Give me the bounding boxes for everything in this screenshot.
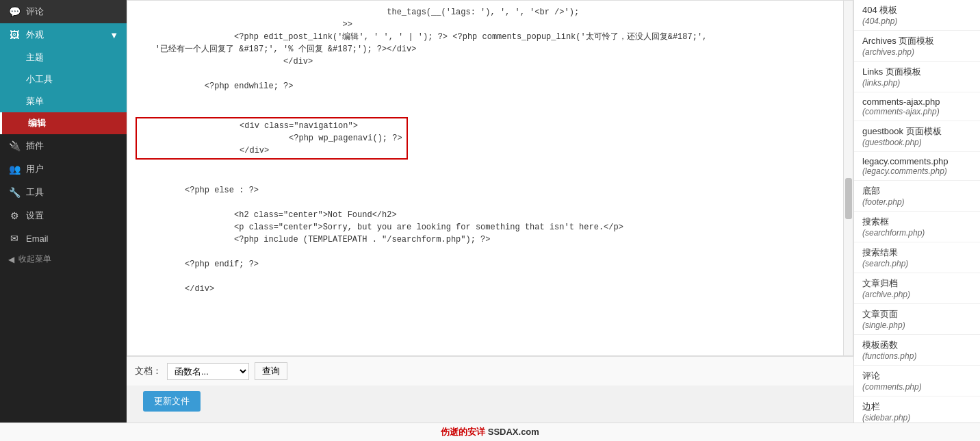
- file-name: 文章页面: [862, 308, 972, 320]
- file-sub: (archives.php): [862, 47, 972, 57]
- comments-icon: 💬: [8, 6, 21, 17]
- sidebar-item-editor[interactable]: 编辑: [0, 112, 127, 134]
- sidebar-item-email[interactable]: ✉ Email: [0, 227, 127, 249]
- file-sub: (comments.php): [862, 382, 972, 392]
- file-name: 底部: [862, 185, 972, 197]
- doc-select[interactable]: 函数名...: [167, 363, 249, 380]
- code-editor[interactable]: the_tags(__('lags: '), ', ', '<br />'); …: [127, 1, 843, 355]
- right-panel-file-item[interactable]: 404 模板(404.php): [854, 0, 980, 31]
- right-panel-file-item[interactable]: 评论(comments.php): [854, 366, 980, 396]
- center-panel: the_tags(__('lags: '), ', ', '<br />'); …: [127, 0, 853, 423]
- file-name: 搜索框: [862, 216, 972, 228]
- sidebar-item-menus[interactable]: 菜单: [0, 90, 127, 112]
- sidebar-item-appearance[interactable]: 🖼 外观 ▼: [0, 23, 127, 47]
- file-name: 404 模板: [862, 4, 972, 16]
- update-toolbar: 更新文件: [127, 386, 853, 423]
- file-sub: (functions.php): [862, 351, 972, 361]
- file-sub: (links.php): [862, 78, 972, 88]
- right-panel-file-item[interactable]: guestbook 页面模板(guestbook.php): [854, 121, 980, 152]
- footer-brand: 伤逝的安详: [441, 427, 485, 437]
- update-file-button[interactable]: 更新文件: [143, 391, 201, 412]
- collapse-arrow-icon: ◀: [8, 255, 14, 264]
- right-panel-file-item[interactable]: 搜索框(searchform.php): [854, 212, 980, 242]
- file-name: Links 页面模板: [862, 66, 972, 78]
- file-name: comments-ajax.php: [862, 97, 972, 107]
- email-icon: ✉: [8, 233, 21, 244]
- file-sub: (search.php): [862, 259, 972, 268]
- sidebar-item-tools[interactable]: 🔧 工具: [0, 181, 127, 204]
- file-sub: (comments-ajax.php): [862, 107, 972, 116]
- sidebar-item-widgets[interactable]: 小工具: [0, 68, 127, 90]
- sidebar-item-settings[interactable]: ⚙ 设置: [0, 204, 127, 227]
- file-sub: (searchform.php): [862, 228, 972, 238]
- right-panel-file-item[interactable]: 文章页面(single.php): [854, 304, 980, 335]
- right-panel-file-item[interactable]: legacy.comments.php(legacy.comments.php): [854, 152, 980, 181]
- right-panel-file-item[interactable]: 搜索结果(search.php): [854, 242, 980, 273]
- sidebar-item-plugins[interactable]: 🔌 插件: [0, 134, 127, 158]
- right-panel-file-item[interactable]: 模板函数(functions.php): [854, 335, 980, 366]
- editor-scrollbar-thumb: [845, 178, 852, 219]
- file-name: 评论: [862, 370, 972, 382]
- users-icon: 👥: [8, 164, 21, 175]
- right-panel-file-item[interactable]: 底部(footer.php): [854, 181, 980, 212]
- editor-wrapper: the_tags(__('lags: '), ', ', '<br />'); …: [127, 0, 853, 356]
- doc-label: 文档：: [135, 365, 162, 377]
- file-sub: (sidebar.php): [862, 413, 972, 423]
- file-name: 文章归档: [862, 277, 972, 290]
- footer-domain: SSDAX.com: [488, 427, 539, 437]
- file-name: legacy.comments.php: [862, 156, 972, 166]
- right-panel-file-item[interactable]: 文章归档(archive.php): [854, 273, 980, 304]
- page-footer: 伤逝的安详 SSDAX.com: [0, 423, 980, 441]
- right-panel-file-item[interactable]: 边栏(sidebar.php): [854, 396, 980, 423]
- file-name: 模板函数: [862, 339, 972, 351]
- right-panel-file-item[interactable]: comments-ajax.php(comments-ajax.php): [854, 92, 980, 121]
- appearance-icon: 🖼: [8, 29, 21, 40]
- sidebar-item-themes[interactable]: 主题: [0, 47, 127, 68]
- right-panel-file-item[interactable]: Links 页面模板(links.php): [854, 62, 980, 92]
- file-name: 搜索结果: [862, 247, 972, 259]
- sidebar-collapse[interactable]: ◀ 收起菜单: [0, 249, 127, 269]
- sidebar-item-users[interactable]: 👥 用户: [0, 158, 127, 181]
- editor-scrollbar[interactable]: [843, 1, 853, 355]
- file-sub: (legacy.comments.php): [862, 166, 972, 176]
- appearance-arrow-icon: ▼: [109, 30, 118, 40]
- file-name: guestbook 页面模板: [862, 125, 972, 138]
- appearance-submenu: 主题 小工具 菜单 编辑: [0, 47, 127, 134]
- bottom-toolbar: 文档： 函数名... 查询: [127, 356, 853, 386]
- file-name: 边栏: [862, 401, 972, 413]
- tools-icon: 🔧: [8, 187, 21, 198]
- right-panel-file-item[interactable]: Archives 页面模板(archives.php): [854, 31, 980, 62]
- file-sub: (single.php): [862, 320, 972, 330]
- file-sub: (404.php): [862, 16, 972, 26]
- file-sub: (guestbook.php): [862, 138, 972, 147]
- query-button[interactable]: 查询: [255, 362, 287, 380]
- file-sub: (footer.php): [862, 197, 972, 207]
- sidebar: 💬 评论 🖼 外观 ▼ 主题 小工具 菜单 编辑 🔌 插件: [0, 0, 127, 423]
- settings-icon: ⚙: [8, 210, 21, 221]
- plugins-icon: 🔌: [8, 140, 21, 151]
- sidebar-item-comments[interactable]: 💬 评论: [0, 0, 127, 23]
- file-name: Archives 页面模板: [862, 35, 972, 47]
- file-sub: (archive.php): [862, 290, 972, 299]
- right-panel: 404 模板(404.php)Archives 页面模板(archives.ph…: [853, 0, 980, 423]
